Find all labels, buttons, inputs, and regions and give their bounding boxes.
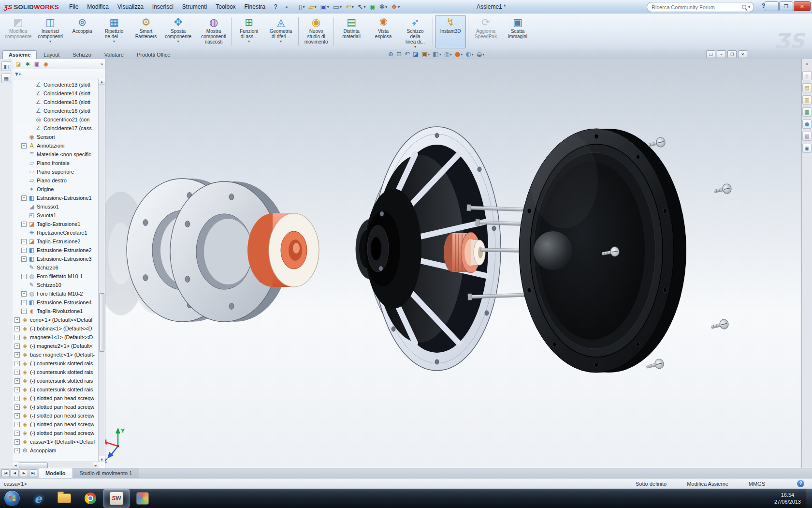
screw[interactable] [713,183,732,196]
edit-appearance-button[interactable]: ❖▾ [390,2,401,11]
status-help-icon[interactable]: ? [797,480,804,487]
search-icon[interactable] [742,5,746,9]
tree-item[interactable]: ∠Coincidente16 (slott [13,106,105,115]
open-document-button[interactable]: ▱▾ [307,2,318,11]
viewport-3d-scene[interactable]: X Y Z [93,59,789,468]
taskbar-file-explorer-button[interactable] [51,489,77,508]
tree-item[interactable]: +◈magnete1<1> (Default<<D [13,333,105,342]
menu-inserisci[interactable]: Inserisci [148,1,178,12]
tree-item[interactable]: +◧Estrusione-Estrusione3 [13,254,105,263]
expand-icon[interactable]: + [14,396,20,401]
print-document-button[interactable]: ▭▾ [332,2,343,11]
tree-item[interactable]: ◉Sensori [13,133,105,141]
tree-item[interactable]: +◖Taglia-Rivoluzione1 [13,307,105,315]
expand-icon[interactable]: + [14,404,20,410]
tree-item[interactable]: +◧Estrusione-Estrusione1 [13,194,105,202]
tree-item[interactable]: +◈(-) countersunk slotted rais [13,376,105,385]
tree-item[interactable]: +◪Taglio-Estrusione1 [13,220,105,228]
expand-icon[interactable]: + [14,361,20,366]
view-settings-button[interactable]: ◒▾ [475,51,486,58]
displaymanager-tab-icon[interactable]: ◉ [42,60,50,68]
tree-item[interactable]: ✳RipetizioneCircolare1 [13,228,105,237]
scroll-down-icon[interactable]: ▼ [99,456,105,462]
tree-item[interactable]: ∠Coincidente13 (slott [13,80,105,89]
model-tab-studio-di-movimento-1[interactable]: Studio di movimento 1 [73,468,140,478]
show-desktop-button[interactable] [806,489,812,508]
tab-prodotti-office[interactable]: Prodotti Office [130,50,177,59]
previous-view-button[interactable]: ↶ [403,51,411,58]
expand-icon[interactable]: + [21,248,27,253]
ripetizione-componente-button[interactable]: ▦Ripetizione del ...▾ [99,15,130,48]
select-button[interactable]: ↖▾ [356,2,367,11]
tree-vertical-scrollbar[interactable]: ▲ ▼ [98,78,105,462]
magnet-ring[interactable] [247,213,319,287]
cascade-document-icon[interactable]: ❏ [706,50,715,58]
inserisci-componenti-button[interactable]: ◫Inseriscicomponenti▾ [35,15,66,48]
expand-icon[interactable]: + [21,143,27,149]
tree-item[interactable]: ∠Coincidente15 (slott [13,98,105,106]
distinta-materiali-button[interactable]: ▤Distintamateriali [336,15,367,48]
tree-item[interactable]: +◪Taglio-Estrusione2 [13,237,105,246]
tree-item[interactable]: ∠Coincidente17 (cass [13,124,105,133]
search-input[interactable] [651,4,740,11]
tree-item[interactable]: ∠Coincidente14 (slott [13,89,105,98]
menu-visualizza[interactable]: Visualizza [113,1,148,12]
filter-icon[interactable]: ▼ [15,72,18,76]
featuremanager-tab-icon[interactable]: ◪ [14,60,22,68]
caret-down-icon[interactable]: ▾ [19,72,21,76]
tree-item[interactable]: +◈(-) slotted pan head screqw [13,394,105,403]
tree-item[interactable]: ▱Piano destro [13,176,105,185]
tree-item[interactable]: +◈cassa<1> (Default<<Defaul [13,437,105,446]
taskbar-paint-button[interactable] [130,489,156,508]
menu-file[interactable]: File [65,1,83,12]
model-tab-nav-0[interactable]: |◀ [1,469,10,477]
solidworks-resources-icon[interactable]: ⌂ [802,71,812,80]
minimize-button[interactable]: – [765,1,779,11]
tree-item[interactable]: +◈(-) slotted pan head screqw [13,403,105,411]
more-tabs-icon[interactable]: » [100,61,103,67]
scroll-up-icon[interactable]: ▲ [99,78,105,85]
expand-icon[interactable]: + [21,256,27,262]
collapse-pane-icon[interactable]: « [806,61,809,66]
pushpin-icon[interactable]: ➢ [285,4,289,10]
rebuild-button[interactable]: ◉ [368,2,377,11]
start-button[interactable] [4,490,20,507]
expand-icon[interactable]: + [14,387,20,392]
screw[interactable] [645,358,665,372]
tab-valutare[interactable]: Valutare [98,50,130,59]
tree-item[interactable]: +◈(-) countersunk slotted rais [13,368,105,376]
tree-item[interactable]: ✎Schizzo6 [13,263,105,272]
instant3d-button[interactable]: ↯Instant3D [435,15,466,48]
view-palette-icon[interactable]: ▦ [802,107,812,117]
apply-scene-button[interactable]: ◐▾ [464,51,475,58]
tree-item[interactable]: +◈(-) countersunk slotted rais [13,359,105,368]
close-document-icon[interactable]: ✕ [738,50,747,58]
panel-toggle-icon[interactable]: ◧ [1,61,11,71]
tree-filter-bar[interactable]: ▼ ▾ [13,69,105,79]
appearances-icon[interactable]: ● [802,120,812,129]
aggiorna-speedpak-button[interactable]: ⟳AggiornaSpeedPak [470,15,501,48]
tab-schizzo[interactable]: Schizzo [66,50,98,59]
view-orientation-button[interactable]: ▣▾ [420,51,431,58]
model-tab-nav-3[interactable]: ▶| [29,469,37,477]
expand-icon[interactable]: + [14,448,20,453]
expand-icon[interactable]: + [21,274,27,279]
expand-icon[interactable]: + [14,378,20,384]
tab-assieme[interactable]: Assieme [2,50,37,59]
schizzo-linea-esplosione-button[interactable]: ➶Schizzodellalinea di...▾ [400,15,431,48]
expand-icon[interactable]: + [14,335,20,340]
new-document-button[interactable]: ▯▾ [297,2,306,11]
expand-icon[interactable]: + [21,195,27,201]
section-view-button[interactable]: ◪ [411,51,420,58]
expand-icon[interactable]: + [21,222,27,227]
expand-icon[interactable]: + [14,317,20,323]
expand-icon[interactable]: + [21,309,27,314]
tree-item[interactable]: +◈cono<1> (Default<<Defaul [13,315,105,324]
display-style-button[interactable]: ◧▾ [431,51,442,58]
modifica-componente-button[interactable]: ◩Modificacomponente [2,15,34,48]
tree-item[interactable]: ▱Piano superiore [13,167,105,176]
scroll-left-icon[interactable]: ◀ [13,463,18,468]
caret-down-icon[interactable]: ▾ [748,5,750,9]
tab-layout[interactable]: Layout [37,50,66,59]
expand-icon[interactable]: + [21,300,27,305]
